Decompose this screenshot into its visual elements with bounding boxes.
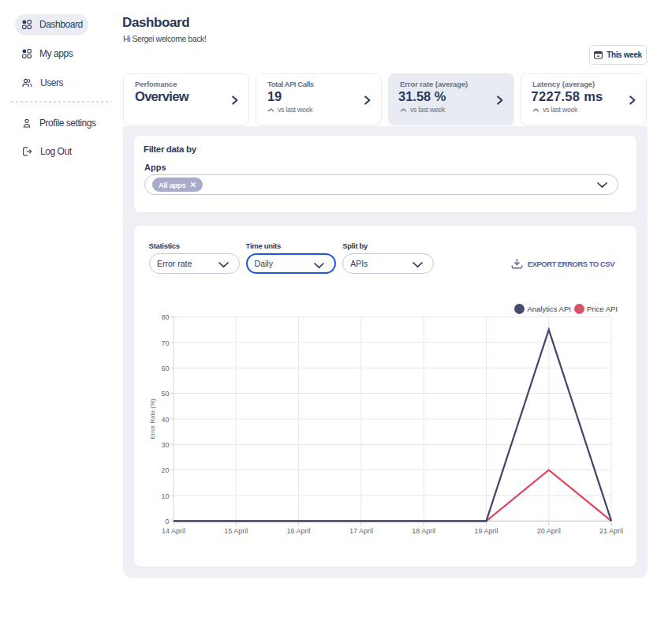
svg-text:0: 0 bbox=[165, 518, 169, 525]
svg-text:70: 70 bbox=[161, 339, 169, 347]
svg-text:18 April: 18 April bbox=[412, 527, 435, 535]
svg-text:50: 50 bbox=[161, 390, 169, 398]
svg-text:80: 80 bbox=[161, 313, 169, 321]
svg-text:15 April: 15 April bbox=[224, 527, 248, 535]
svg-text:19 April: 19 April bbox=[474, 527, 498, 535]
svg-text:14 April: 14 April bbox=[162, 527, 185, 535]
svg-text:20: 20 bbox=[161, 466, 169, 474]
svg-text:40: 40 bbox=[161, 416, 169, 424]
svg-text:17 April: 17 April bbox=[349, 527, 373, 535]
svg-text:20 April: 20 April bbox=[537, 527, 561, 535]
svg-text:21 April: 21 April bbox=[599, 527, 623, 535]
svg-text:Error Rate (%): Error Rate (%) bbox=[149, 398, 156, 439]
svg-text:16 April: 16 April bbox=[287, 527, 311, 535]
svg-text:10: 10 bbox=[161, 492, 169, 500]
svg-text:60: 60 bbox=[161, 365, 169, 372]
svg-text:30: 30 bbox=[161, 441, 169, 449]
